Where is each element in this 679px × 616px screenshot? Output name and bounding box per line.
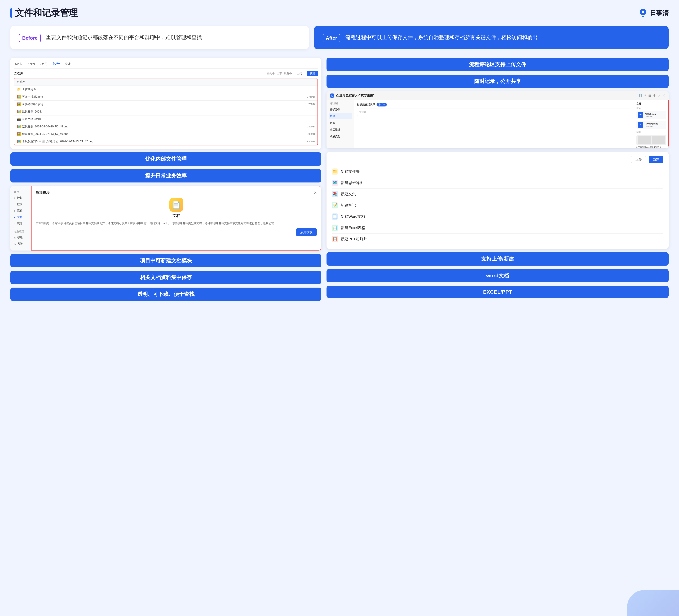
image-info: 8.30帝帝图.png 262.42 KB ⬇ (636, 146, 666, 148)
excel-icon: 📊 (332, 225, 338, 231)
label-new-docs: 项目中可新建文档模块 (10, 254, 321, 267)
sidebar-item-template[interactable]: △ 模版 (10, 234, 31, 241)
sidebar-section-pro: 专业项目 (10, 229, 31, 234)
new-word[interactable]: 📄 新建Word文档 (332, 211, 664, 222)
ppt-icon: 📋 (332, 236, 338, 242)
tab-stats[interactable]: 统计 (63, 61, 72, 67)
new-dropdown-btn[interactable]: 新建 (649, 156, 664, 163)
module-icon: 📄 (169, 198, 183, 212)
file-item[interactable]: 🖼️ 可参考模板1.png 1.70MB (14, 101, 318, 108)
grid-icon[interactable]: ⊞ (648, 94, 651, 98)
module-dialog: 通用 ○ 计划 ○ 数据 ○ 流程 ● 文档 ○ 统计 (10, 186, 321, 250)
after-label: After (323, 34, 340, 42)
image-icon: 📸 (17, 117, 21, 121)
close-icon[interactable]: ✕ (314, 191, 317, 195)
folder-icon: 📁 (332, 168, 338, 175)
label-upload-file: 流程评论区支持上传文件 (326, 58, 669, 71)
new-collection-label: 新建文集 (341, 192, 356, 197)
sidebar-section-general: 通用 (10, 190, 31, 195)
new-ppt[interactable]: 📋 新建PPT幻灯片 (332, 234, 664, 245)
label-efficiency: 提升日常业务效率 (10, 169, 321, 182)
new-folder[interactable]: 📁 新建文件夹 (332, 166, 664, 177)
mindmap-icon: 🗺️ (332, 180, 338, 186)
bottom-wave-decoration (627, 590, 679, 616)
file-item[interactable]: 🖼️ 默认标题_2024-05-06+20_50_45.png 1.86MB (14, 123, 318, 130)
sidebar-item-plan[interactable]: ○ 计划 (10, 195, 31, 201)
dialog-title: 添加模块 (36, 191, 50, 195)
view-grid[interactable]: 图列格 (267, 72, 275, 75)
file-item[interactable]: 📁 上传的附件 (14, 86, 318, 93)
right-panel: 流程评论区支持上传文件 随时记录，公开共享 文 企业形象宣传片-"筑梦未来"< … (326, 58, 669, 298)
folder-icon: 📁 (17, 88, 21, 91)
svg-text:文: 文 (331, 94, 333, 97)
view-all[interactable]: 全部 (277, 72, 282, 75)
preview-cell (652, 136, 665, 140)
close-chat-icon[interactable]: ✕ (662, 94, 665, 98)
file-item[interactable]: 🖼️ 古风创意对对书法比赛邀请函_2024-05-13+13_21_37.png… (14, 138, 318, 145)
sidebar-item-data[interactable]: ○ 数据 (10, 201, 31, 208)
dialog-sidebar: 通用 ○ 计划 ○ 数据 ○ 流程 ● 文档 ○ 统计 (10, 186, 31, 250)
tab-jun[interactable]: 6月份 (26, 61, 36, 67)
file-item[interactable]: 🖼️ 默认标题_2024-05-07+13_57_49.png 1.90MB (14, 130, 318, 138)
new-button[interactable]: 新建 (307, 71, 318, 76)
tab-docs[interactable]: 文档▾ (51, 61, 61, 67)
label-excel-ppt: EXCEL/PPT (326, 286, 669, 298)
upload-btn[interactable]: 上传 (631, 156, 646, 163)
file-size: 10.50 KB (645, 116, 656, 118)
collection-icon: 📚 (332, 191, 338, 197)
file-name: 报价单.doc (645, 112, 656, 116)
tab-may[interactable]: 5月份 (14, 61, 24, 67)
file-name: 蓝色手绘风剑新... (22, 117, 315, 121)
activate-module-button[interactable]: 启用模块 (296, 228, 317, 236)
sidebar-design[interactable]: 美工设计 (329, 127, 352, 133)
sidebar-need[interactable]: 需求添加 (329, 106, 352, 112)
sidebar-item-flow[interactable]: ○ 流程 (10, 208, 31, 214)
tab-jul[interactable]: 7月份 (39, 61, 49, 67)
sidebar-item-risk[interactable]: △ 风险 (10, 241, 31, 247)
sidebar-item-stats[interactable]: ○ 统计 (10, 220, 31, 227)
share-icon[interactable]: ⬆️ (639, 94, 642, 98)
panel-header: 文件 (636, 102, 666, 105)
file-doc1[interactable]: W 报价单.doc 10.50 KB (636, 111, 666, 119)
upload-button[interactable]: 上传 (294, 71, 305, 76)
file-name: 默认标题_2024-05-07+13_57_49.png (22, 132, 305, 136)
file-item[interactable]: 📸 蓝色手绘风剑新... (14, 115, 318, 123)
tab-add[interactable]: + (74, 61, 76, 67)
file-list: 名称 ▾ 📁 上传的附件 🖼️ 可参考模板2.png 1.75MB 🖼️ 可参考… (14, 78, 318, 145)
new-excel[interactable]: 📊 新建Excel表格 (332, 222, 664, 234)
chat-stage: 拍摄服务跟从早 进行中 (357, 103, 631, 106)
file-item[interactable]: 🖼️ 默认标题_2024... (14, 108, 318, 115)
chat-header: 文 企业形象宣传片-"筑梦未来"< ⬆️ + ⊞ ⚙ ⤢ ✕ (326, 92, 669, 100)
new-collection[interactable]: 📚 新建文集 (332, 189, 664, 200)
process-chat-mockup: 文 企业形象宣传片-"筑梦未来"< ⬆️ + ⊞ ⚙ ⤢ ✕ 拍摄服务 需求添加… (326, 92, 669, 148)
file-item[interactable]: 🖼️ 可参考模板2.png 1.75MB (14, 93, 318, 101)
chat-main: 拍摄服务跟从早 进行中 请评论... (354, 100, 634, 148)
add-icon[interactable]: + (644, 94, 646, 98)
before-label: Before (19, 34, 41, 42)
file-library-title: 文档库 (14, 71, 23, 76)
file-name2: 订单详情.doc (645, 122, 658, 125)
file-size: 1.86MB (306, 125, 315, 128)
settings-icon[interactable]: ⚙ (653, 94, 656, 98)
chat-comment-area[interactable]: 请评论... (357, 108, 631, 116)
chat-body: 拍摄服务 需求添加 拍摄 摄像 美工设计 成品交付 拍摄服务跟从早 进行中 请评… (326, 100, 669, 148)
new-mindmap[interactable]: 🗺️ 新建思维导图 (332, 177, 664, 189)
sidebar-item-docs[interactable]: ● 文档 (10, 214, 31, 220)
preview-cell (638, 136, 651, 140)
page-title: 文件和记录管理 (15, 7, 78, 19)
new-ppt-label: 新建PPT幻灯片 (341, 237, 367, 242)
svg-point-1 (642, 10, 644, 13)
sidebar-camera[interactable]: 摄像 (329, 120, 352, 126)
sidebar-shoot[interactable]: 拍摄 (329, 113, 352, 119)
sidebar-deliver[interactable]: 成品交付 (329, 134, 352, 140)
logo-text: 日事清 (650, 9, 669, 17)
view-settings[interactable]: 设备备 (284, 72, 292, 75)
file-manager-mockup: 5月份 6月份 7月份 文档▾ 统计 + 文档库 图列格 全部 设备备 上传 新… (10, 58, 321, 149)
file-doc2[interactable]: W 订单详情.doc 10.50 KB (636, 121, 666, 129)
page-header: 文件和记录管理 日事清 (10, 7, 669, 19)
label-save-docs: 相关文档资料集中保存 (10, 271, 321, 284)
module-icon-area: 📄 文档 (36, 198, 317, 218)
new-note[interactable]: 📝 新建笔记 (332, 200, 664, 211)
module-description: 文档功能是一个帮助项目成员管理项目中各种文档的地方，通过文档可以聚合在项目中所有… (36, 221, 317, 226)
maximize-icon[interactable]: ⤢ (658, 94, 660, 98)
